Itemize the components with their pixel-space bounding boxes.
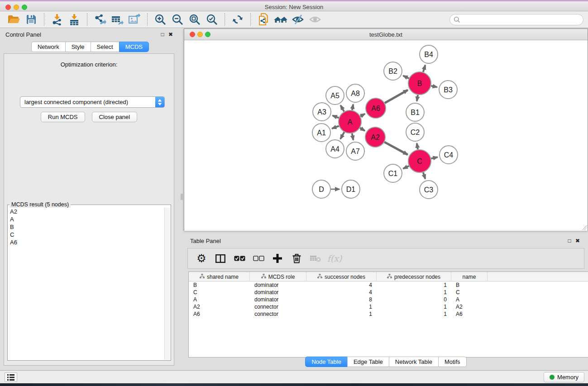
optimization-criterion-select[interactable]: largest connected component (directed): [20, 96, 165, 108]
table-row[interactable]: A6connector11A6: [189, 310, 588, 318]
column-header-name[interactable]: name: [451, 272, 488, 281]
zoom-fit-icon[interactable]: [186, 12, 203, 27]
settings-gear-icon[interactable]: ⚙: [193, 250, 210, 267]
node-C[interactable]: C: [408, 150, 431, 172]
edge-B-B4[interactable]: [423, 65, 425, 72]
edge-C-C4[interactable]: [431, 157, 437, 158]
edge-B-B2[interactable]: [403, 76, 409, 78]
open-session-icon[interactable]: [5, 12, 23, 27]
import-network-icon[interactable]: [48, 12, 66, 27]
mcds-result-item[interactable]: C: [8, 231, 164, 238]
edge-A-A3[interactable]: [333, 115, 339, 118]
mcds-result-item[interactable]: A2: [8, 208, 164, 215]
window-resize-grip[interactable]: [582, 224, 587, 230]
delete-table-icon[interactable]: [307, 250, 324, 267]
mcds-result-item[interactable]: B: [8, 223, 164, 231]
table-tab-node-table[interactable]: Node Table: [305, 357, 348, 367]
mcds-result-scrollbar[interactable]: [164, 208, 170, 360]
float-panel-icon[interactable]: □: [158, 31, 167, 38]
table-row[interactable]: Adominator80A: [189, 296, 588, 303]
network-graph[interactable]: B4B2BB3A5A8A6B1A3AA1C2A2A4A7C4CC1C3DD1: [184, 41, 588, 231]
task-history-button[interactable]: [5, 372, 17, 382]
edge-A2-C[interactable]: [384, 142, 407, 155]
refresh-icon[interactable]: [229, 12, 246, 27]
column-header-shared-name[interactable]: shared name: [189, 272, 250, 281]
edge-B-B1[interactable]: [417, 95, 418, 101]
export-network-icon[interactable]: [91, 12, 109, 27]
close-panel-icon[interactable]: ✖: [167, 31, 175, 38]
save-session-icon[interactable]: [23, 12, 40, 27]
column-header-MCDS-role[interactable]: MCDS role: [250, 272, 306, 281]
add-column-icon[interactable]: [269, 250, 286, 267]
edge-A-A1[interactable]: [332, 126, 339, 129]
edge-A-A5[interactable]: [340, 105, 344, 112]
node-A3[interactable]: A3: [313, 103, 331, 121]
zoom-out-icon[interactable]: [169, 12, 186, 27]
node-C3[interactable]: C3: [420, 181, 438, 199]
table-tab-edge-table[interactable]: Edge Table: [347, 357, 389, 367]
memory-button[interactable]: Memory: [544, 372, 584, 382]
show-details-icon[interactable]: [306, 12, 324, 27]
tab-select[interactable]: Select: [91, 42, 120, 52]
edge-C-C1[interactable]: [403, 166, 409, 169]
node-B3[interactable]: B3: [439, 81, 457, 99]
table-float-panel-icon[interactable]: □: [565, 238, 574, 244]
table-close-panel-icon[interactable]: ✖: [574, 238, 582, 244]
node-A8[interactable]: A8: [346, 84, 364, 102]
table-tab-network-table[interactable]: Network Table: [389, 357, 439, 367]
deselect-all-icon[interactable]: [250, 250, 267, 267]
node-A[interactable]: A: [339, 110, 361, 133]
tab-style[interactable]: Style: [65, 42, 91, 52]
export-image-icon[interactable]: [126, 12, 143, 27]
zoom-selected-icon[interactable]: [203, 12, 220, 27]
select-all-icon[interactable]: [231, 250, 248, 267]
edge-C-C3[interactable]: [423, 172, 425, 179]
edge-A-A8[interactable]: [352, 105, 353, 110]
mcds-result-item[interactable]: A6: [8, 238, 164, 246]
node-A7[interactable]: A7: [346, 142, 364, 160]
home-icon[interactable]: [272, 12, 289, 27]
edge-A-A6[interactable]: [360, 114, 365, 116]
column-header-successor-nodes[interactable]: successor nodes: [306, 272, 377, 281]
show-columns-icon[interactable]: [212, 250, 229, 267]
network-window-titlebar[interactable]: testGlobe.txt: [184, 29, 588, 40]
node-A4[interactable]: A4: [326, 140, 344, 158]
close-panel-button[interactable]: Close panel: [92, 112, 138, 122]
panel-divider-grip[interactable]: [181, 194, 183, 200]
edge-A-A2[interactable]: [360, 128, 365, 131]
tab-mcds[interactable]: MCDS: [119, 42, 149, 52]
table-tab-motifs[interactable]: Motifs: [438, 357, 467, 367]
node-A1[interactable]: A1: [312, 124, 330, 142]
node-D[interactable]: D: [312, 180, 330, 198]
edge-A-A7[interactable]: [352, 133, 354, 140]
edge-B-B3[interactable]: [431, 86, 437, 87]
run-mcds-button[interactable]: Run MCDS: [41, 112, 85, 122]
import-table-icon[interactable]: [66, 12, 83, 27]
edge-A-A4[interactable]: [340, 132, 344, 139]
search-input[interactable]: [449, 14, 583, 25]
node-C1[interactable]: C1: [384, 164, 402, 182]
column-header-predecessor-nodes[interactable]: predecessor nodes: [377, 272, 451, 281]
mcds-result-item[interactable]: A: [8, 215, 164, 223]
delete-icon[interactable]: [288, 250, 305, 267]
node-A2[interactable]: A2: [365, 127, 385, 147]
export-table-icon[interactable]: [109, 12, 126, 27]
table-row[interactable]: A2connector11A2: [189, 303, 588, 310]
node-A5[interactable]: A5: [326, 86, 344, 105]
node-B1[interactable]: B1: [406, 103, 424, 121]
node-B[interactable]: B: [408, 72, 431, 95]
hide-details-icon[interactable]: [289, 12, 306, 27]
node-D1[interactable]: D1: [342, 180, 360, 198]
tab-network[interactable]: Network: [31, 42, 66, 52]
node-A6[interactable]: A6: [366, 98, 386, 118]
function-builder-icon[interactable]: f(x): [326, 250, 343, 267]
new-network-from-selection-icon[interactable]: [255, 12, 272, 27]
zoom-in-icon[interactable]: [152, 12, 169, 27]
node-B2[interactable]: B2: [384, 62, 402, 80]
node-C2[interactable]: C2: [406, 123, 424, 141]
edge-C-C2[interactable]: [417, 143, 418, 150]
mcds-result-list[interactable]: A2ABCA6: [8, 208, 164, 360]
edge-A6-B[interactable]: [385, 90, 408, 103]
table-row[interactable]: Cdominator41C: [189, 289, 588, 296]
node-B4[interactable]: B4: [420, 45, 438, 63]
